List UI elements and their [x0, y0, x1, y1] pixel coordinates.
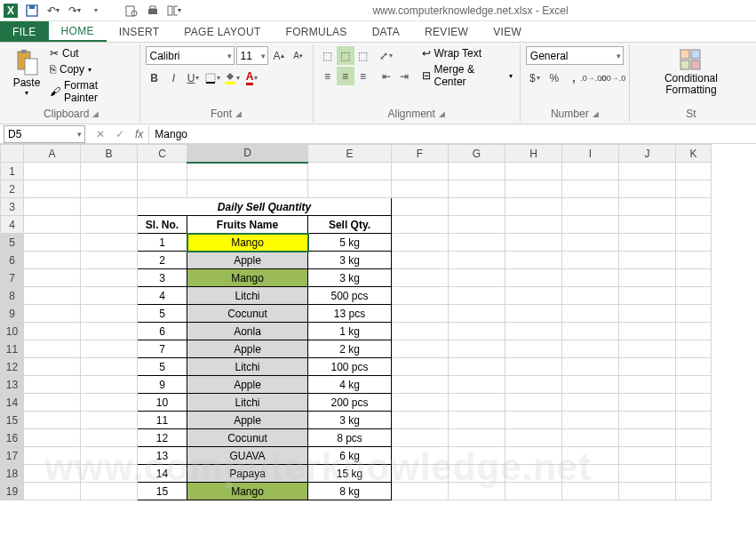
- cell-D17[interactable]: GUAVA: [187, 447, 308, 465]
- column-header-K[interactable]: K: [676, 145, 712, 163]
- underline-button[interactable]: U: [185, 68, 203, 87]
- cell-F17[interactable]: [392, 447, 449, 465]
- fill-color-button[interactable]: [224, 68, 242, 87]
- cell-K7[interactable]: [676, 269, 712, 287]
- cell-A18[interactable]: [24, 465, 81, 483]
- cell-E11[interactable]: 2 kg: [308, 340, 392, 358]
- cell-B8[interactable]: [81, 287, 138, 305]
- number-launcher-icon[interactable]: ◢: [593, 109, 599, 118]
- cell-C12[interactable]: 5: [138, 358, 187, 376]
- cell-F18[interactable]: [392, 465, 449, 483]
- cell-H2[interactable]: [505, 180, 562, 198]
- cell-F10[interactable]: [392, 323, 449, 340]
- cell-J4[interactable]: [619, 216, 676, 234]
- conditional-formatting-button[interactable]: Conditional Formatting: [635, 46, 747, 98]
- cell-B12[interactable]: [81, 358, 138, 376]
- row-header-11[interactable]: 11: [1, 340, 24, 358]
- cell-J12[interactable]: [619, 358, 676, 376]
- cell-E17[interactable]: 6 kg: [308, 447, 392, 465]
- cell-E12[interactable]: 100 pcs: [308, 358, 392, 376]
- cell-H8[interactable]: [505, 287, 562, 305]
- cell-H14[interactable]: [505, 394, 562, 412]
- row-header-17[interactable]: 17: [1, 447, 24, 465]
- align-bottom-icon[interactable]: ⬚: [354, 46, 372, 65]
- cell-J2[interactable]: [619, 180, 676, 198]
- cell-G13[interactable]: [449, 376, 505, 394]
- font-color-button[interactable]: A: [243, 68, 261, 87]
- cell-A9[interactable]: [24, 305, 81, 323]
- cell-D16[interactable]: Cocunut: [187, 429, 308, 447]
- row-header-16[interactable]: 16: [1, 429, 24, 447]
- cell-H3[interactable]: [505, 198, 562, 216]
- cell-I7[interactable]: [562, 269, 619, 287]
- cell-K19[interactable]: [676, 483, 712, 500]
- cell-J10[interactable]: [619, 323, 676, 340]
- cell-B17[interactable]: [81, 447, 138, 465]
- tab-file[interactable]: FILE: [0, 21, 49, 42]
- cell-H13[interactable]: [505, 376, 562, 394]
- spelling-icon[interactable]: ▾: [167, 4, 181, 18]
- cell-F19[interactable]: [392, 483, 449, 500]
- cell-B1[interactable]: [81, 163, 138, 180]
- undo-icon[interactable]: ↶▾: [46, 4, 60, 18]
- cell-F3[interactable]: [392, 198, 449, 216]
- cell-K4[interactable]: [676, 216, 712, 234]
- cell-I8[interactable]: [562, 287, 619, 305]
- cell-K18[interactable]: [676, 465, 712, 483]
- clipboard-launcher-icon[interactable]: ◢: [92, 109, 99, 118]
- format-painter-button[interactable]: 🖌Format Painter: [48, 78, 134, 105]
- cell-G12[interactable]: [449, 358, 505, 376]
- cell-I16[interactable]: [562, 429, 619, 447]
- font-name-select[interactable]: Calibri: [146, 46, 235, 65]
- cell-E8[interactable]: 500 pcs: [308, 287, 392, 305]
- cell-H4[interactable]: [505, 216, 562, 234]
- paste-button[interactable]: Paste ▾: [9, 46, 44, 105]
- cell-K9[interactable]: [676, 305, 712, 323]
- formula-bar[interactable]: Mango: [148, 125, 756, 143]
- cell-B13[interactable]: [81, 376, 138, 394]
- preview-icon[interactable]: [124, 4, 139, 18]
- cancel-formula-icon[interactable]: ✕: [92, 128, 108, 140]
- cell-C18[interactable]: 14: [138, 465, 187, 483]
- cell-J18[interactable]: [619, 465, 676, 483]
- cell-B3[interactable]: [81, 198, 138, 216]
- align-middle-icon[interactable]: ⬚: [337, 46, 354, 65]
- cell-J3[interactable]: [619, 198, 676, 216]
- cell-A14[interactable]: [24, 394, 81, 412]
- cell-C11[interactable]: 7: [138, 340, 187, 358]
- tab-page-layout[interactable]: PAGE LAYOUT: [171, 21, 273, 42]
- merge-center-button[interactable]: ⊟Merge & Center▾: [420, 62, 514, 89]
- cell-I19[interactable]: [562, 483, 619, 500]
- cell-A15[interactable]: [24, 412, 81, 429]
- cell-H16[interactable]: [505, 429, 562, 447]
- cell-F12[interactable]: [392, 358, 449, 376]
- wrap-text-button[interactable]: ↩Wrap Text: [420, 46, 514, 60]
- column-header-E[interactable]: E: [308, 145, 392, 163]
- cell-E9[interactable]: 13 pcs: [308, 305, 392, 323]
- cell-K6[interactable]: [676, 252, 712, 269]
- cell-K14[interactable]: [676, 394, 712, 412]
- cell-A6[interactable]: [24, 252, 81, 269]
- row-header-1[interactable]: 1: [1, 163, 24, 180]
- cell-I2[interactable]: [562, 180, 619, 198]
- cell-H1[interactable]: [505, 163, 562, 180]
- cell-H18[interactable]: [505, 465, 562, 483]
- cell-E10[interactable]: 1 kg: [308, 323, 392, 340]
- column-header-H[interactable]: H: [505, 145, 562, 163]
- cell-F2[interactable]: [392, 180, 449, 198]
- align-top-icon[interactable]: ⬚: [319, 46, 337, 65]
- row-header-3[interactable]: 3: [1, 198, 24, 216]
- cell-H19[interactable]: [505, 483, 562, 500]
- cell-G10[interactable]: [449, 323, 505, 340]
- cell-D8[interactable]: Litchi: [187, 287, 308, 305]
- cut-button[interactable]: ✂Cut: [48, 46, 134, 60]
- quickprint-icon[interactable]: [146, 4, 160, 18]
- cell-A12[interactable]: [24, 358, 81, 376]
- fx-icon[interactable]: fx: [135, 128, 143, 140]
- cell-H17[interactable]: [505, 447, 562, 465]
- cell-D2[interactable]: [187, 180, 308, 198]
- row-header-7[interactable]: 7: [1, 269, 24, 287]
- tab-home[interactable]: HOME: [49, 21, 107, 42]
- row-header-10[interactable]: 10: [1, 323, 24, 340]
- cell-E16[interactable]: 8 pcs: [308, 429, 392, 447]
